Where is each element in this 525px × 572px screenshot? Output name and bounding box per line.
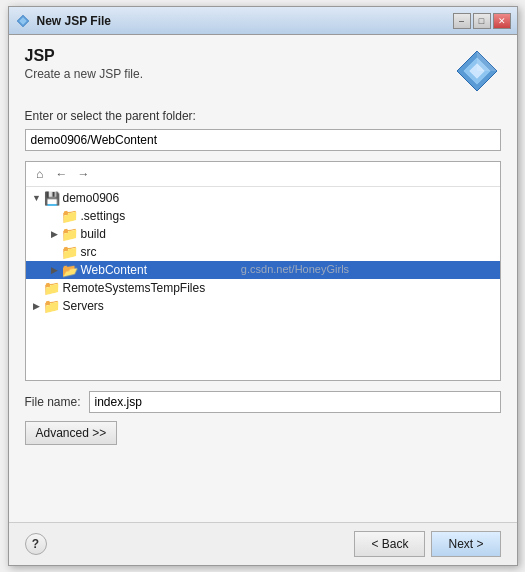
tree-item-label: Servers — [63, 299, 104, 313]
project-folder-icon: 💾 — [44, 190, 60, 206]
dialog-footer: ? < Back Next > — [9, 522, 517, 565]
folder-icon: 📁 — [44, 298, 60, 314]
next-button[interactable]: Next > — [431, 531, 500, 557]
window-icon — [15, 13, 31, 29]
tree-panel-wrapper: ⌂ ← → ▼ 💾 demo0906 ▶ — [25, 157, 501, 381]
help-button[interactable]: ? — [25, 533, 47, 555]
tree-home-button[interactable]: ⌂ — [30, 165, 50, 183]
back-button[interactable]: < Back — [354, 531, 425, 557]
maximize-button[interactable]: □ — [473, 13, 491, 29]
tree-item[interactable]: ▼ 💾 demo0906 — [26, 189, 500, 207]
dialog-window: New JSP File – □ ✕ JSP Create a new JSP … — [8, 6, 518, 566]
tree-item-label: WebContent — [81, 263, 148, 277]
tree-item-label: build — [81, 227, 106, 241]
window-controls: – □ ✕ — [453, 13, 511, 29]
minimize-button[interactable]: – — [453, 13, 471, 29]
tree-forward-button[interactable]: → — [74, 165, 94, 183]
tree-expand-icon: ▼ — [30, 191, 44, 205]
folder-section: Enter or select the parent folder: ⌂ ← →… — [25, 109, 501, 381]
folder-open-icon: 📂 — [62, 262, 78, 278]
tree-item[interactable]: ▶ 📁 Servers — [26, 297, 500, 315]
footer-buttons: < Back Next > — [354, 531, 500, 557]
filename-row: File name: — [25, 391, 501, 413]
folder-icon: 📁 — [62, 244, 78, 260]
close-button[interactable]: ✕ — [493, 13, 511, 29]
dialog-content: JSP Create a new JSP file. Enter or sele… — [9, 35, 517, 522]
tree-back-button[interactable]: ← — [52, 165, 72, 183]
tree-item[interactable]: ▶ 📁 build — [26, 225, 500, 243]
title-bar: New JSP File – □ ✕ — [9, 7, 517, 35]
tree-panel: ⌂ ← → ▼ 💾 demo0906 ▶ — [25, 161, 501, 381]
tree-item-label: RemoteSystemsTempFiles — [63, 281, 206, 295]
tree-item-label: .settings — [81, 209, 126, 223]
tree-expand-icon: ▶ — [48, 263, 62, 277]
window-title: New JSP File — [37, 14, 447, 28]
advanced-button[interactable]: Advanced >> — [25, 421, 118, 445]
filename-label: File name: — [25, 395, 81, 409]
tree-toolbar: ⌂ ← → — [26, 162, 500, 187]
filename-input[interactable] — [89, 391, 501, 413]
wizard-subtitle: Create a new JSP file. — [25, 67, 144, 81]
tree-item-webcontent[interactable]: ▶ 📂 WebContent — [26, 261, 500, 279]
wizard-icon — [453, 47, 501, 95]
folder-icon: 📁 — [62, 226, 78, 242]
wizard-title: JSP — [25, 47, 144, 65]
folder-label: Enter or select the parent folder: — [25, 109, 501, 123]
tree-expand-icon: ▶ — [30, 299, 44, 313]
header-text: JSP Create a new JSP file. — [25, 47, 144, 81]
tree-expand-icon: ▶ — [48, 227, 62, 241]
tree-content: ▼ 💾 demo0906 ▶ 📁 .settings ▶ — [26, 187, 500, 380]
tree-item[interactable]: ▶ 📁 .settings — [26, 207, 500, 225]
svg-marker-5 — [477, 51, 497, 71]
folder-icon: 📁 — [62, 208, 78, 224]
tree-item-label: demo0906 — [63, 191, 120, 205]
folder-input[interactable] — [25, 129, 501, 151]
tree-item[interactable]: ▶ 📁 src — [26, 243, 500, 261]
bottom-section: File name: Advanced >> — [25, 391, 501, 445]
tree-item-label: src — [81, 245, 97, 259]
folder-icon: 📁 — [44, 280, 60, 296]
tree-item[interactable]: ▶ 📁 RemoteSystemsTempFiles — [26, 279, 500, 297]
header-section: JSP Create a new JSP file. — [25, 47, 501, 95]
